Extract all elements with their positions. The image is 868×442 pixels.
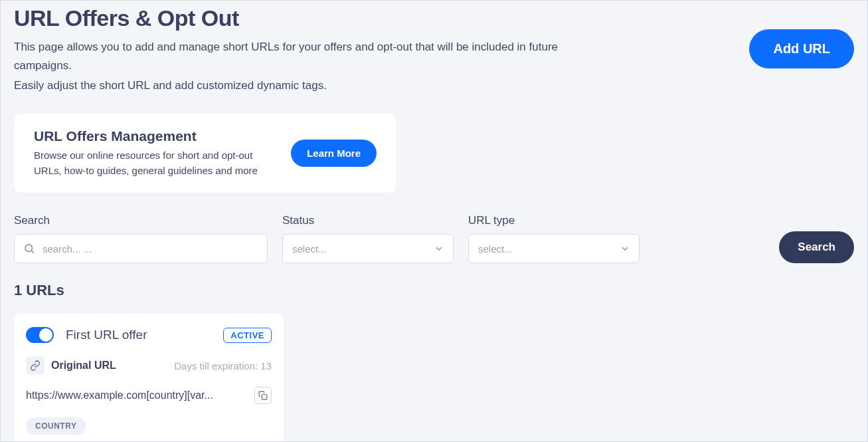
search-input[interactable]	[14, 234, 268, 263]
days-expiration: Days till expiration: 13	[174, 360, 272, 372]
search-button[interactable]: Search	[779, 231, 854, 263]
svg-line-1	[31, 251, 34, 253]
search-icon	[23, 243, 35, 255]
urltype-select[interactable]: select...	[468, 234, 640, 263]
copy-button[interactable]	[254, 387, 272, 404]
status-select[interactable]: select...	[282, 234, 454, 263]
add-url-button[interactable]: Add URL	[749, 29, 854, 68]
link-icon	[26, 356, 44, 375]
url-card-title: First URL offer	[66, 328, 147, 342]
page-desc-line2: Easily adjust the short URL and add cust…	[14, 76, 612, 95]
tag-country: COUNTRY	[26, 417, 86, 435]
learn-more-button[interactable]: Learn More	[291, 140, 377, 167]
url-value: https://www.example.com[country][var...	[26, 389, 246, 401]
status-label: Status	[282, 214, 454, 227]
info-card-text: Browse our online resources for short an…	[34, 148, 278, 178]
search-label: Search	[14, 214, 268, 227]
status-badge: ACTIVE	[223, 328, 272, 343]
urltype-label: URL type	[468, 214, 640, 227]
original-url-label: Original URL	[51, 360, 116, 372]
active-toggle[interactable]	[26, 327, 54, 343]
url-count-heading: 1 URLs	[14, 282, 854, 299]
info-card-title: URL Offers Management	[34, 128, 278, 144]
toggle-knob	[39, 328, 52, 342]
svg-rect-2	[262, 394, 267, 399]
info-card: URL Offers Management Browse our online …	[14, 114, 396, 193]
page-description: This page allows you to add and manage s…	[14, 38, 612, 95]
copy-icon	[258, 391, 268, 400]
page-title: URL Offers & Opt Out	[14, 5, 612, 31]
url-card[interactable]: First URL offer ACTIVE Original URL Days…	[14, 314, 284, 442]
page-desc-line1: This page allows you to add and manage s…	[14, 38, 612, 75]
svg-point-0	[25, 245, 33, 252]
